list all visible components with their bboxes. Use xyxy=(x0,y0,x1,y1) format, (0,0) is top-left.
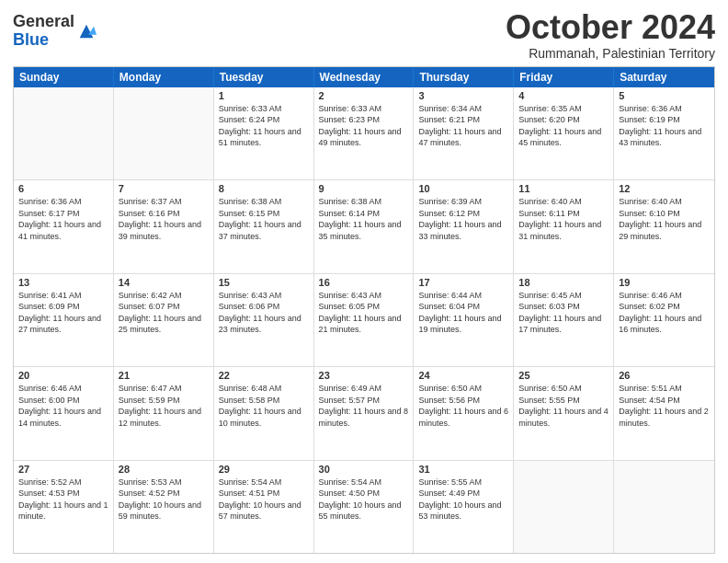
cell-info: Sunrise: 6:39 AM Sunset: 6:12 PM Dayligh… xyxy=(418,196,508,242)
cal-cell: 12Sunrise: 6:40 AM Sunset: 6:10 PM Dayli… xyxy=(614,180,714,272)
cal-cell: 27Sunrise: 5:52 AM Sunset: 4:53 PM Dayli… xyxy=(14,461,114,553)
cal-week-4: 20Sunrise: 6:46 AM Sunset: 6:00 PM Dayli… xyxy=(14,367,714,460)
cal-header-friday: Friday xyxy=(514,67,614,87)
day-number: 7 xyxy=(119,183,209,194)
logo-icon xyxy=(76,21,97,41)
cal-cell: 29Sunrise: 5:54 AM Sunset: 4:51 PM Dayli… xyxy=(214,461,314,553)
cell-info: Sunrise: 6:45 AM Sunset: 6:03 PM Dayligh… xyxy=(518,290,609,336)
cal-week-5: 27Sunrise: 5:52 AM Sunset: 4:53 PM Dayli… xyxy=(14,461,714,553)
cell-info: Sunrise: 6:33 AM Sunset: 6:23 PM Dayligh… xyxy=(319,103,409,149)
cal-cell: 23Sunrise: 6:49 AM Sunset: 5:57 PM Dayli… xyxy=(314,367,415,459)
cal-cell: 31Sunrise: 5:55 AM Sunset: 4:49 PM Dayli… xyxy=(414,461,514,553)
day-number: 24 xyxy=(418,370,508,381)
day-number: 5 xyxy=(619,90,710,101)
day-number: 30 xyxy=(319,464,409,475)
day-number: 8 xyxy=(219,183,309,194)
cal-cell: 1Sunrise: 6:33 AM Sunset: 6:24 PM Daylig… xyxy=(214,87,314,179)
cell-info: Sunrise: 6:50 AM Sunset: 5:55 PM Dayligh… xyxy=(518,383,609,429)
day-number: 20 xyxy=(18,370,108,381)
day-number: 2 xyxy=(319,90,409,101)
cell-info: Sunrise: 6:34 AM Sunset: 6:21 PM Dayligh… xyxy=(418,103,508,149)
cal-cell: 5Sunrise: 6:36 AM Sunset: 6:19 PM Daylig… xyxy=(614,87,714,179)
cal-cell: 2Sunrise: 6:33 AM Sunset: 6:23 PM Daylig… xyxy=(314,87,415,179)
cal-cell xyxy=(14,87,114,179)
day-number: 31 xyxy=(418,464,508,475)
cal-week-1: 1Sunrise: 6:33 AM Sunset: 6:24 PM Daylig… xyxy=(14,87,714,180)
cell-info: Sunrise: 6:37 AM Sunset: 6:16 PM Dayligh… xyxy=(119,196,209,242)
cal-cell xyxy=(114,87,214,179)
cal-cell: 15Sunrise: 6:43 AM Sunset: 6:06 PM Dayli… xyxy=(214,274,314,366)
day-number: 23 xyxy=(319,370,409,381)
cell-info: Sunrise: 6:47 AM Sunset: 5:59 PM Dayligh… xyxy=(119,383,209,429)
cal-header-tuesday: Tuesday xyxy=(214,67,314,87)
day-number: 9 xyxy=(319,183,409,194)
cal-cell: 25Sunrise: 6:50 AM Sunset: 5:55 PM Dayli… xyxy=(514,367,614,459)
logo-general: General xyxy=(13,12,74,30)
cal-header-sunday: Sunday xyxy=(14,67,114,87)
day-number: 25 xyxy=(518,370,609,381)
cell-info: Sunrise: 6:36 AM Sunset: 6:17 PM Dayligh… xyxy=(18,196,108,242)
cell-info: Sunrise: 5:53 AM Sunset: 4:52 PM Dayligh… xyxy=(119,477,209,523)
day-number: 19 xyxy=(619,277,710,288)
cell-info: Sunrise: 5:55 AM Sunset: 4:49 PM Dayligh… xyxy=(418,477,508,523)
day-number: 13 xyxy=(18,277,108,288)
cell-info: Sunrise: 6:42 AM Sunset: 6:07 PM Dayligh… xyxy=(119,290,209,336)
page-header: General Blue October 2024 Rummanah, Pale… xyxy=(13,9,715,61)
cell-info: Sunrise: 6:46 AM Sunset: 6:02 PM Dayligh… xyxy=(619,290,710,336)
cell-info: Sunrise: 6:38 AM Sunset: 6:15 PM Dayligh… xyxy=(219,196,309,242)
calendar: SundayMondayTuesdayWednesdayThursdayFrid… xyxy=(13,66,715,554)
cal-cell: 19Sunrise: 6:46 AM Sunset: 6:02 PM Dayli… xyxy=(614,274,714,366)
cal-cell: 4Sunrise: 6:35 AM Sunset: 6:20 PM Daylig… xyxy=(514,87,614,179)
day-number: 22 xyxy=(219,370,309,381)
cal-cell: 28Sunrise: 5:53 AM Sunset: 4:52 PM Dayli… xyxy=(114,461,214,553)
logo: General Blue xyxy=(13,13,97,50)
cell-info: Sunrise: 6:38 AM Sunset: 6:14 PM Dayligh… xyxy=(319,196,409,242)
cal-cell: 7Sunrise: 6:37 AM Sunset: 6:16 PM Daylig… xyxy=(114,180,214,272)
location-subtitle: Rummanah, Palestinian Territory xyxy=(506,46,715,61)
logo-blue: Blue xyxy=(13,30,49,49)
cal-cell: 20Sunrise: 6:46 AM Sunset: 6:00 PM Dayli… xyxy=(14,367,114,459)
cal-header-saturday: Saturday xyxy=(614,67,714,87)
cell-info: Sunrise: 5:54 AM Sunset: 4:50 PM Dayligh… xyxy=(319,477,409,523)
cal-cell: 17Sunrise: 6:44 AM Sunset: 6:04 PM Dayli… xyxy=(414,274,514,366)
day-number: 16 xyxy=(319,277,409,288)
day-number: 10 xyxy=(418,183,508,194)
svg-marker-1 xyxy=(88,27,97,35)
day-number: 12 xyxy=(619,183,710,194)
cell-info: Sunrise: 5:52 AM Sunset: 4:53 PM Dayligh… xyxy=(18,477,108,523)
cell-info: Sunrise: 6:50 AM Sunset: 5:56 PM Dayligh… xyxy=(418,383,508,429)
calendar-header-row: SundayMondayTuesdayWednesdayThursdayFrid… xyxy=(14,67,714,87)
cal-header-monday: Monday xyxy=(114,67,214,87)
cal-cell: 21Sunrise: 6:47 AM Sunset: 5:59 PM Dayli… xyxy=(114,367,214,459)
cal-cell: 8Sunrise: 6:38 AM Sunset: 6:15 PM Daylig… xyxy=(214,180,314,272)
cell-info: Sunrise: 6:46 AM Sunset: 6:00 PM Dayligh… xyxy=(18,383,108,429)
cal-cell: 30Sunrise: 5:54 AM Sunset: 4:50 PM Dayli… xyxy=(314,461,415,553)
day-number: 3 xyxy=(418,90,508,101)
cell-info: Sunrise: 5:54 AM Sunset: 4:51 PM Dayligh… xyxy=(219,477,309,523)
cal-cell xyxy=(614,461,714,553)
cal-cell: 16Sunrise: 6:43 AM Sunset: 6:05 PM Dayli… xyxy=(314,274,415,366)
day-number: 21 xyxy=(119,370,209,381)
cal-cell xyxy=(514,461,614,553)
month-title: October 2024 xyxy=(506,9,715,46)
day-number: 14 xyxy=(119,277,209,288)
day-number: 26 xyxy=(619,370,710,381)
cell-info: Sunrise: 6:36 AM Sunset: 6:19 PM Dayligh… xyxy=(619,103,710,149)
cal-week-3: 13Sunrise: 6:41 AM Sunset: 6:09 PM Dayli… xyxy=(14,274,714,367)
cell-info: Sunrise: 6:41 AM Sunset: 6:09 PM Dayligh… xyxy=(18,290,108,336)
calendar-body: 1Sunrise: 6:33 AM Sunset: 6:24 PM Daylig… xyxy=(14,87,714,553)
cell-info: Sunrise: 6:44 AM Sunset: 6:04 PM Dayligh… xyxy=(418,290,508,336)
title-area: October 2024 Rummanah, Palestinian Terri… xyxy=(506,9,715,61)
cal-cell: 3Sunrise: 6:34 AM Sunset: 6:21 PM Daylig… xyxy=(414,87,514,179)
cal-cell: 6Sunrise: 6:36 AM Sunset: 6:17 PM Daylig… xyxy=(14,180,114,272)
cal-cell: 24Sunrise: 6:50 AM Sunset: 5:56 PM Dayli… xyxy=(414,367,514,459)
cal-cell: 26Sunrise: 5:51 AM Sunset: 4:54 PM Dayli… xyxy=(614,367,714,459)
day-number: 18 xyxy=(518,277,609,288)
day-number: 17 xyxy=(418,277,508,288)
cell-info: Sunrise: 6:33 AM Sunset: 6:24 PM Dayligh… xyxy=(219,103,309,149)
cal-cell: 11Sunrise: 6:40 AM Sunset: 6:11 PM Dayli… xyxy=(514,180,614,272)
cal-cell: 13Sunrise: 6:41 AM Sunset: 6:09 PM Dayli… xyxy=(14,274,114,366)
cell-info: Sunrise: 6:40 AM Sunset: 6:10 PM Dayligh… xyxy=(619,196,710,242)
cell-info: Sunrise: 6:49 AM Sunset: 5:57 PM Dayligh… xyxy=(319,383,409,429)
cell-info: Sunrise: 6:48 AM Sunset: 5:58 PM Dayligh… xyxy=(219,383,309,429)
